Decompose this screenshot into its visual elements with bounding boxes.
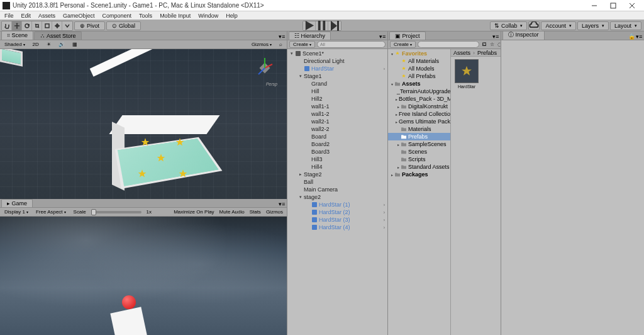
- hierarchy-item[interactable]: HardStar (3)›: [287, 216, 387, 224]
- project-tree-item[interactable]: All Prefabs: [388, 72, 450, 80]
- layers-dropdown[interactable]: Layers: [577, 21, 609, 30]
- scene-viewport[interactable]: Persp: [0, 49, 287, 199]
- rect-tool[interactable]: [42, 21, 52, 30]
- transform-tool[interactable]: [52, 21, 62, 30]
- hierarchy-item[interactable]: Hill2: [287, 95, 387, 103]
- display-dropdown[interactable]: Display 1: [2, 209, 31, 215]
- hierarchy-item[interactable]: HardStar (2)›: [287, 208, 387, 216]
- hierarchy-item[interactable]: wall1-2: [287, 110, 387, 118]
- orientation-gizmo[interactable]: [252, 55, 277, 81]
- expand-toggle[interactable]: ▸: [396, 165, 401, 169]
- menu-edit[interactable]: Edit: [18, 13, 35, 19]
- hierarchy-search[interactable]: [317, 41, 386, 48]
- menu-assets[interactable]: Assets: [35, 13, 58, 19]
- hierarchy-item[interactable]: Ball: [287, 178, 387, 186]
- expand-toggle[interactable]: ▸: [396, 120, 397, 124]
- project-tree-item[interactable]: Prefabs: [388, 133, 450, 140]
- hierarchy-item[interactable]: wall2-1: [287, 118, 387, 125]
- cloud-button[interactable]: [528, 21, 540, 30]
- fx-icon[interactable]: ▦: [70, 42, 80, 47]
- hierarchy-item[interactable]: Board3: [287, 148, 387, 156]
- prefab-arrow-icon[interactable]: ›: [384, 67, 385, 71]
- hierarchy-item[interactable]: HardStar (1)›: [287, 201, 387, 208]
- project-tree-item[interactable]: Materials: [388, 125, 450, 133]
- stats-toggle[interactable]: Stats: [248, 209, 263, 215]
- hierarchy-scene-root[interactable]: ▾ Scene1*: [287, 50, 387, 57]
- asset-item[interactable]: HardStar: [453, 59, 480, 89]
- hierarchy-item[interactable]: HardStar (4)›: [287, 224, 387, 231]
- prefab-arrow-icon[interactable]: ›: [384, 203, 385, 207]
- scale-tool[interactable]: [32, 21, 42, 30]
- project-tree-item[interactable]: _TerrainAutoUpgrade: [388, 88, 450, 95]
- menu-help[interactable]: Help: [223, 13, 241, 19]
- hierarchy-item[interactable]: Hill3: [287, 156, 387, 163]
- project-tree-item[interactable]: ▸Gems Ultimate Pack: [388, 118, 450, 125]
- mute-toggle[interactable]: Mute Audio: [218, 209, 247, 215]
- maximize-toggle[interactable]: Maximize On Play: [172, 209, 216, 215]
- move-tool[interactable]: [12, 21, 22, 30]
- hand-tool[interactable]: [2, 21, 12, 30]
- scene-search-icon[interactable]: ⌕: [277, 42, 285, 47]
- project-tree-item[interactable]: All Models: [388, 65, 450, 72]
- expand-toggle[interactable]: ▾: [297, 74, 304, 79]
- expand-toggle[interactable]: ▾: [289, 51, 295, 56]
- breadcrumb-assets[interactable]: Assets: [453, 50, 470, 56]
- expand-toggle[interactable]: ▸: [396, 142, 401, 147]
- menu-tools[interactable]: Tools: [136, 13, 155, 19]
- project-tree-item[interactable]: ▸DigitalKonstrukt: [388, 103, 450, 110]
- hierarchy-item[interactable]: Hill: [287, 88, 387, 95]
- project-tree-item[interactable]: ▸SampleScenes: [388, 140, 450, 148]
- aspect-dropdown[interactable]: Free Aspect: [33, 209, 69, 215]
- hierarchy-item[interactable]: Hill4: [287, 163, 387, 171]
- filter-icon[interactable]: ⛋: [481, 41, 488, 48]
- hierarchy-item[interactable]: HardStar›: [287, 65, 387, 72]
- project-tree-item[interactable]: ▾Favorites: [388, 50, 450, 57]
- favorite-icon[interactable]: ☆: [489, 41, 496, 48]
- expand-toggle[interactable]: ▸: [396, 105, 401, 109]
- account-dropdown[interactable]: Account: [541, 21, 576, 30]
- gizmos-dropdown[interactable]: Gizmos: [249, 42, 274, 47]
- prefab-arrow-icon[interactable]: ›: [384, 218, 385, 222]
- hierarchy-item[interactable]: ▾stage2: [287, 193, 387, 201]
- tab-project[interactable]: ▣ Project: [389, 31, 426, 40]
- hierarchy-item[interactable]: Board: [287, 133, 387, 140]
- panel-menu-icon[interactable]: ▾≡: [279, 33, 285, 40]
- expand-toggle[interactable]: ▾: [297, 195, 304, 200]
- hierarchy-item[interactable]: wall1-1: [287, 103, 387, 110]
- menu-component[interactable]: Component: [99, 13, 135, 19]
- 2d-toggle[interactable]: 2D: [30, 42, 42, 47]
- project-tree-item[interactable]: ▸Bottles_Pack - 3D_Models: [388, 95, 450, 103]
- breadcrumb-prefabs[interactable]: Prefabs: [477, 50, 497, 56]
- tab-hierarchy[interactable]: ☷ Hierarchy: [289, 31, 331, 40]
- panel-menu-icon[interactable]: ▾≡: [279, 201, 285, 207]
- project-tree-item[interactable]: ▸Free Island Collection: [388, 110, 450, 118]
- lighting-icon[interactable]: ☀: [44, 42, 53, 47]
- collab-dropdown[interactable]: ⇅Collab: [490, 21, 528, 30]
- prefab-arrow-icon[interactable]: ›: [384, 210, 385, 215]
- hierarchy-item[interactable]: Main Camera: [287, 186, 387, 193]
- maximize-button[interactable]: [604, 0, 623, 11]
- game-gizmos-toggle[interactable]: Gizmos: [264, 209, 285, 215]
- expand-toggle[interactable]: ▾: [389, 52, 394, 56]
- expand-toggle[interactable]: ▸: [396, 97, 397, 101]
- expand-toggle[interactable]: ▸: [396, 112, 397, 116]
- panel-menu-icon[interactable]: ▾≡: [636, 33, 642, 40]
- menu-file[interactable]: File: [1, 13, 17, 19]
- hierarchy-item[interactable]: Directional Light: [287, 57, 387, 65]
- project-tree-item[interactable]: ▸Packages: [388, 171, 450, 178]
- tab-scene[interactable]: ⌗ Scene: [1, 31, 33, 40]
- hierarchy-create-button[interactable]: Create: [289, 41, 315, 48]
- project-tree-item[interactable]: ▾Assets: [388, 80, 450, 88]
- project-tree-item[interactable]: Scripts: [388, 156, 450, 163]
- pause-button[interactable]: [316, 21, 328, 30]
- layout-dropdown[interactable]: Layout: [610, 21, 641, 30]
- pivot-toggle[interactable]: ⊕Pivot: [74, 21, 105, 30]
- panel-menu-icon[interactable]: ▾≡: [492, 33, 499, 40]
- project-tree-item[interactable]: ▸Standard Assets: [388, 163, 450, 171]
- lock-icon[interactable]: 🔒: [628, 33, 635, 40]
- hierarchy-item[interactable]: wall2-2: [287, 125, 387, 133]
- tab-game[interactable]: ▸ Game: [1, 199, 33, 207]
- project-tree-item[interactable]: All Materials: [388, 57, 450, 65]
- rotate-tool[interactable]: [22, 21, 32, 30]
- project-create-button[interactable]: Create: [390, 41, 416, 48]
